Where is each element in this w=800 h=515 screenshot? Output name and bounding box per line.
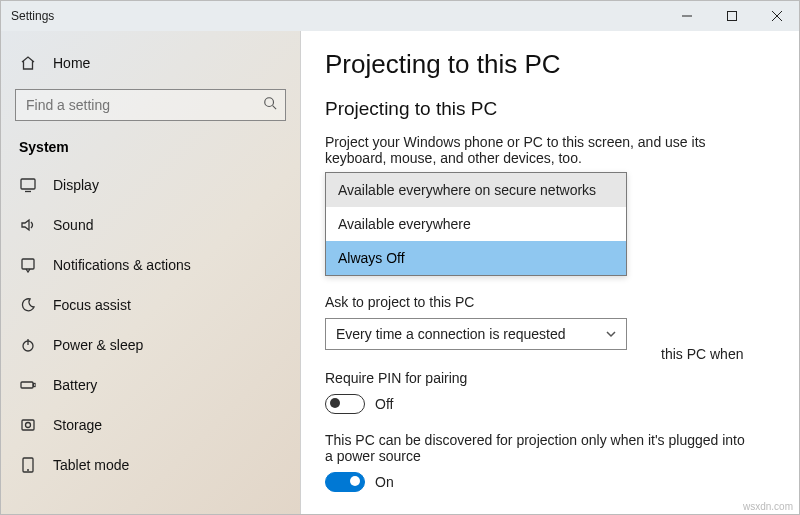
discover-row: On bbox=[325, 472, 771, 492]
require-pin-label: Require PIN for pairing bbox=[325, 370, 771, 386]
page-subtitle: Projecting to this PC bbox=[325, 98, 771, 120]
close-button[interactable] bbox=[754, 1, 799, 31]
moon-icon bbox=[19, 296, 37, 314]
page-title: Projecting to this PC bbox=[325, 49, 771, 80]
search-input[interactable] bbox=[15, 89, 286, 121]
sidebar: Home System Display bbox=[1, 31, 301, 514]
ask-to-project-value: Every time a connection is requested bbox=[336, 326, 566, 342]
discover-state: On bbox=[375, 474, 394, 490]
window-body: Home System Display bbox=[1, 31, 799, 514]
require-pin-toggle[interactable] bbox=[325, 394, 365, 414]
sidebar-item-focus-assist[interactable]: Focus assist bbox=[1, 285, 300, 325]
svg-rect-8 bbox=[22, 259, 34, 269]
notifications-icon bbox=[19, 256, 37, 274]
home-icon bbox=[19, 54, 37, 72]
sidebar-item-label: Sound bbox=[53, 217, 93, 233]
dropdown-option-everywhere[interactable]: Available everywhere bbox=[326, 207, 626, 241]
discover-label: This PC can be discovered for projection… bbox=[325, 432, 745, 464]
window-title: Settings bbox=[1, 9, 664, 23]
sidebar-item-label: Storage bbox=[53, 417, 102, 433]
battery-icon bbox=[19, 376, 37, 394]
sidebar-item-sound[interactable]: Sound bbox=[1, 205, 300, 245]
sidebar-item-label: Power & sleep bbox=[53, 337, 143, 353]
sidebar-item-power-sleep[interactable]: Power & sleep bbox=[1, 325, 300, 365]
discover-toggle[interactable] bbox=[325, 472, 365, 492]
sidebar-item-label: Focus assist bbox=[53, 297, 131, 313]
page-intro: Project your Windows phone or PC to this… bbox=[325, 134, 745, 166]
sidebar-section-header: System bbox=[1, 133, 300, 165]
sidebar-item-battery[interactable]: Battery bbox=[1, 365, 300, 405]
svg-point-4 bbox=[265, 98, 274, 107]
availability-dropdown-open[interactable]: Available everywhere on secure networks … bbox=[325, 172, 627, 276]
maximize-button[interactable] bbox=[709, 1, 754, 31]
dropdown-option-secure-networks[interactable]: Available everywhere on secure networks bbox=[326, 173, 626, 207]
sidebar-home-label: Home bbox=[53, 55, 90, 71]
sidebar-item-display[interactable]: Display bbox=[1, 165, 300, 205]
sound-icon bbox=[19, 216, 37, 234]
require-pin-state: Off bbox=[375, 396, 393, 412]
dropdown-option-always-off[interactable]: Always Off bbox=[326, 241, 626, 275]
settings-window: Settings Home bbox=[0, 0, 800, 515]
minimize-button[interactable] bbox=[664, 1, 709, 31]
svg-rect-6 bbox=[21, 179, 35, 189]
svg-rect-12 bbox=[34, 384, 36, 387]
sidebar-item-label: Display bbox=[53, 177, 99, 193]
sidebar-item-notifications[interactable]: Notifications & actions bbox=[1, 245, 300, 285]
svg-rect-1 bbox=[727, 12, 736, 21]
tablet-icon bbox=[19, 456, 37, 474]
behind-text-fragment: this PC when bbox=[661, 346, 743, 362]
watermark: wsxdn.com bbox=[743, 501, 793, 512]
power-icon bbox=[19, 336, 37, 354]
search-icon bbox=[263, 96, 277, 114]
search-wrap bbox=[1, 83, 300, 133]
display-icon bbox=[19, 176, 37, 194]
sidebar-item-storage[interactable]: Storage bbox=[1, 405, 300, 445]
sidebar-item-tablet-mode[interactable]: Tablet mode bbox=[1, 445, 300, 485]
sidebar-item-label: Notifications & actions bbox=[53, 257, 191, 273]
content-area: Projecting to this PC Projecting to this… bbox=[301, 31, 799, 514]
svg-rect-13 bbox=[22, 420, 34, 430]
chevron-down-icon bbox=[606, 326, 616, 342]
require-pin-row: Off bbox=[325, 394, 771, 414]
ask-to-project-select[interactable]: Every time a connection is requested bbox=[325, 318, 627, 350]
sidebar-item-label: Battery bbox=[53, 377, 97, 393]
sidebar-item-label: Tablet mode bbox=[53, 457, 129, 473]
svg-line-5 bbox=[273, 106, 277, 110]
sidebar-home[interactable]: Home bbox=[1, 43, 300, 83]
storage-icon bbox=[19, 416, 37, 434]
svg-rect-11 bbox=[21, 382, 33, 388]
search-field[interactable] bbox=[24, 96, 263, 114]
titlebar: Settings bbox=[1, 1, 799, 31]
ask-to-project-label: Ask to project to this PC bbox=[325, 294, 771, 310]
svg-point-14 bbox=[26, 423, 31, 428]
